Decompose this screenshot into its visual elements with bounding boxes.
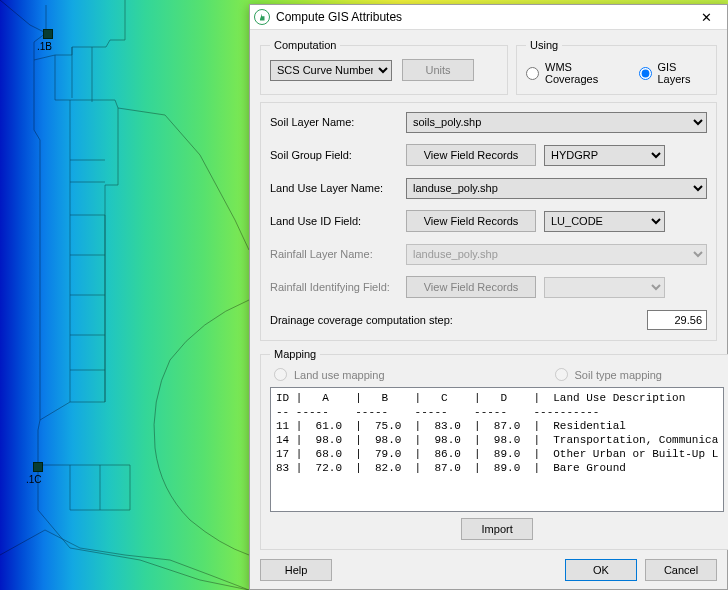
soil-mapping-radio: Soil type mapping bbox=[555, 368, 662, 381]
dialog-title: Compute GIS Attributes bbox=[276, 10, 689, 24]
button-bar: Help OK Cancel bbox=[260, 557, 717, 581]
computation-group: Computation SCS Curve Numbers Units bbox=[260, 39, 508, 95]
computation-select[interactable]: SCS Curve Numbers bbox=[270, 60, 392, 81]
soil-layer-select[interactable]: soils_poly.shp bbox=[406, 112, 707, 133]
map-node-1c bbox=[33, 462, 43, 472]
landuse-mapping-radio: Land use mapping bbox=[274, 368, 385, 381]
map-label-1b: .1B bbox=[37, 41, 52, 52]
drainage-input[interactable] bbox=[647, 310, 707, 330]
map-label-1c: .1C bbox=[26, 474, 42, 485]
view-field-records-landuse[interactable]: View Field Records bbox=[406, 210, 536, 232]
using-gis-radio[interactable]: GIS Layers bbox=[639, 61, 708, 85]
help-button[interactable]: Help bbox=[260, 559, 332, 581]
close-button[interactable]: ✕ bbox=[689, 6, 723, 28]
map-node-1b bbox=[43, 29, 53, 39]
dialog-compute-gis-attributes: Compute GIS Attributes ✕ Computation SCS… bbox=[249, 4, 728, 590]
rainfall-layer-select: landuse_poly.shp bbox=[406, 244, 707, 265]
soil-mapping-label: Soil type mapping bbox=[575, 369, 662, 381]
using-wms-radio[interactable]: WMS Coverages bbox=[526, 61, 621, 85]
mapping-legend: Mapping bbox=[270, 348, 320, 360]
mapping-group: Mapping Land use mapping Soil type mappi… bbox=[260, 348, 728, 550]
using-gis-label: GIS Layers bbox=[658, 61, 708, 85]
view-field-records-rainfall: View Field Records bbox=[406, 276, 536, 298]
soil-group-select[interactable]: HYDGRP bbox=[544, 145, 665, 166]
units-button: Units bbox=[402, 59, 474, 81]
using-legend: Using bbox=[526, 39, 562, 51]
titlebar[interactable]: Compute GIS Attributes ✕ bbox=[250, 5, 727, 30]
landuse-layer-select[interactable]: landuse_poly.shp bbox=[406, 178, 707, 199]
view-field-records-soil[interactable]: View Field Records bbox=[406, 144, 536, 166]
using-wms-label: WMS Coverages bbox=[545, 61, 621, 85]
dialog-content: Computation SCS Curve Numbers Units Usin… bbox=[250, 30, 727, 589]
cancel-button[interactable]: Cancel bbox=[645, 559, 717, 581]
computation-legend: Computation bbox=[270, 39, 340, 51]
landuse-id-label: Land Use ID Field: bbox=[270, 215, 406, 227]
landuse-id-select[interactable]: LU_CODE bbox=[544, 211, 665, 232]
landuse-layer-label: Land Use Layer Name: bbox=[270, 182, 406, 194]
import-button[interactable]: Import bbox=[461, 518, 533, 540]
fields-group: Soil Layer Name: soils_poly.shp Soil Gro… bbox=[260, 102, 717, 341]
using-group: Using WMS Coverages GIS Layers bbox=[516, 39, 717, 95]
landuse-mapping-label: Land use mapping bbox=[294, 369, 385, 381]
close-icon: ✕ bbox=[701, 10, 712, 25]
rainfall-field-select bbox=[544, 277, 665, 298]
soil-layer-label: Soil Layer Name: bbox=[270, 116, 406, 128]
drainage-label: Drainage coverage computation step: bbox=[270, 314, 647, 326]
rainfall-layer-label: Rainfall Layer Name: bbox=[270, 248, 406, 260]
rainfall-field-label: Rainfall Identifying Field: bbox=[270, 281, 406, 293]
soil-group-label: Soil Group Field: bbox=[270, 149, 406, 161]
mapping-listing[interactable]: ID | A | B | C | D | Land Use Descriptio… bbox=[270, 387, 724, 512]
ok-button[interactable]: OK bbox=[565, 559, 637, 581]
app-icon bbox=[254, 9, 270, 25]
